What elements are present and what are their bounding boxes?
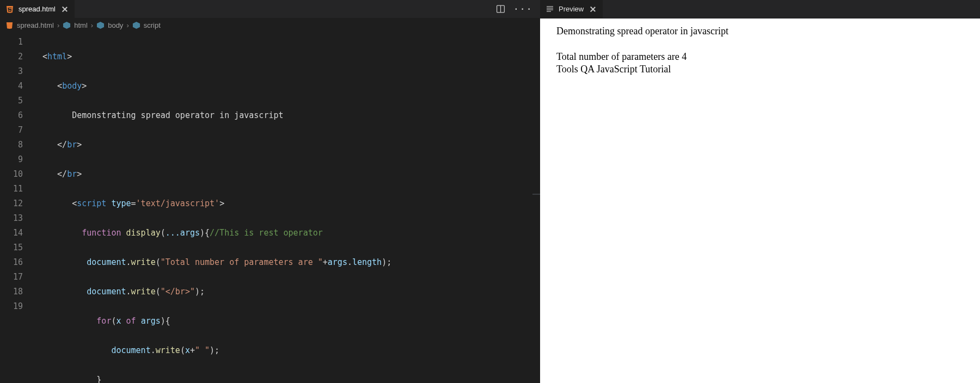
line-number-gutter: 123 456 789 101112 131415 161718 19 — [0, 33, 30, 383]
close-icon[interactable] — [589, 5, 597, 13]
split-editor-icon[interactable] — [495, 4, 505, 14]
chevron-right-icon: › — [57, 21, 59, 29]
tab-spread-html[interactable]: spread.html — [0, 0, 75, 18]
breadcrumb-part: body — [108, 21, 123, 29]
breadcrumb[interactable]: spread.html › html › body › script — [0, 18, 540, 33]
preview-line: Demonstrating spread operator in javascr… — [556, 25, 975, 38]
preview-tab-bar: Preview — [540, 0, 980, 18]
html-file-icon — [5, 5, 14, 14]
more-actions-icon[interactable]: ··· — [513, 4, 532, 14]
preview-line: Total number of parameters are 4 — [556, 51, 975, 63]
editor-action-bar: ··· — [488, 0, 540, 18]
editor-body[interactable]: 123 456 789 101112 131415 161718 19 <htm… — [0, 33, 540, 383]
tab-label: spread.html — [19, 5, 56, 13]
preview-line: Tools QA JavaScript Tutorial — [556, 63, 975, 76]
code-editor: spread.html › html › body › script 123 4… — [0, 18, 540, 383]
code-area[interactable]: <html> <body> Demonstrating spread opera… — [30, 33, 540, 383]
symbol-icon — [132, 21, 140, 29]
preview-line — [556, 38, 975, 50]
overview-ruler[interactable] — [532, 33, 540, 383]
preview-tab-label: Preview — [559, 5, 584, 13]
breadcrumb-part: html — [74, 21, 88, 29]
close-icon[interactable] — [61, 5, 69, 13]
symbol-icon — [96, 21, 105, 29]
chevron-right-icon: › — [91, 21, 93, 29]
chevron-right-icon: › — [126, 21, 128, 29]
breadcrumb-file: spread.html — [17, 21, 54, 29]
breadcrumb-part: script — [144, 21, 161, 29]
editor-tab-bar: spread.html ··· — [0, 0, 540, 18]
tab-preview[interactable]: Preview — [540, 0, 603, 18]
html-file-icon — [5, 21, 14, 29]
symbol-icon — [63, 21, 71, 29]
preview-icon — [546, 5, 554, 14]
html-preview: Demonstrating spread operator in javascr… — [540, 18, 980, 383]
